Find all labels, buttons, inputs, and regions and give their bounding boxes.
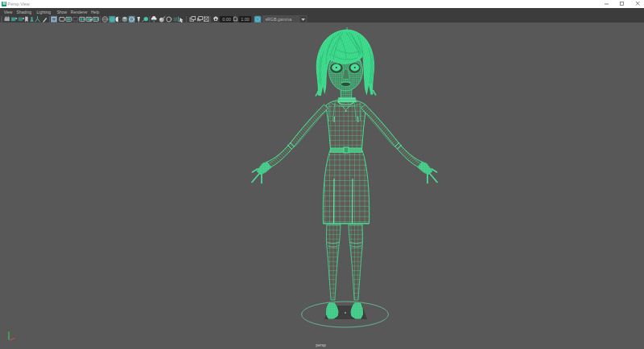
svg-text:Shading: Shading bbox=[17, 10, 32, 14]
svg-text:sRGB gamma: sRGB gamma bbox=[266, 17, 292, 22]
svg-text:Show: Show bbox=[57, 10, 68, 14]
svg-text:Persp View: Persp View bbox=[8, 2, 30, 6]
svg-text:View: View bbox=[4, 10, 13, 14]
svg-text:1.00: 1.00 bbox=[241, 17, 250, 22]
svg-text:Help: Help bbox=[91, 10, 100, 14]
svg-text:Lighting: Lighting bbox=[37, 10, 52, 14]
svg-text:persp: persp bbox=[316, 343, 326, 347]
svg-text:0.00: 0.00 bbox=[222, 17, 231, 22]
svg-text:Renderer: Renderer bbox=[71, 10, 88, 14]
